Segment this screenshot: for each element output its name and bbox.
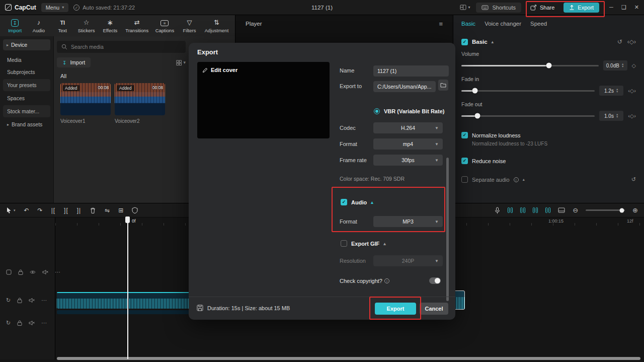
export-gif-checkbox[interactable] (341, 240, 347, 247)
edit-cover-button[interactable]: Edit cover (202, 67, 325, 73)
audio-tool-icon-1[interactable] (508, 207, 513, 213)
select-tool-button[interactable]: ▾ (6, 207, 16, 213)
ribbon-item-captions[interactable]: ≡Captions (155, 19, 175, 33)
stepper-icons[interactable]: ▲▼ (616, 88, 618, 93)
record-voiceover-button[interactable] (495, 207, 500, 214)
ribbon-item-effects[interactable]: ∗Effects (102, 19, 119, 33)
layout-switcher-button[interactable]: ▾ (460, 5, 470, 10)
reset-icon[interactable]: ↺ (631, 176, 636, 183)
loop-icon[interactable]: ↻ (6, 297, 11, 304)
menu-button[interactable]: Menu ▾ (41, 3, 69, 12)
lock-icon[interactable] (17, 298, 22, 303)
mirror-button[interactable]: ⇋ (105, 207, 110, 214)
media-clip-voiceover1[interactable]: Added 00:08 Voiceover1 (60, 83, 111, 124)
sidebar-item-your-presets[interactable]: Your presets (3, 79, 50, 91)
codec-select[interactable]: H.264▼ (373, 122, 443, 133)
basic-checkbox[interactable]: ✓ (461, 39, 468, 45)
ribbon-item-transitions[interactable]: ⇄Transitions (125, 19, 148, 33)
more-options-icon[interactable]: ⋯ (55, 269, 60, 275)
delete-button[interactable] (90, 207, 96, 214)
sidebar-item-media[interactable]: Media (3, 54, 50, 66)
split-button[interactable]: ][ (64, 207, 68, 214)
playhead-handle[interactable] (125, 216, 130, 223)
fade-in-value-box[interactable]: 1.2s▲▼ (599, 86, 623, 96)
share-button[interactable]: Share (527, 3, 557, 13)
lock-icon[interactable] (17, 320, 22, 326)
fade-out-slider[interactable] (461, 115, 595, 117)
loop-icon[interactable]: ↻ (6, 320, 11, 326)
stepper-icons[interactable]: ▲▼ (621, 63, 624, 68)
keyframe-icon[interactable]: ◇ (632, 62, 636, 69)
ribbon-item-adjustment[interactable]: ⇅Adjustment (205, 19, 229, 33)
shortcuts-button[interactable]: Shortcuts (476, 3, 521, 13)
reset-icon[interactable]: ↺ (617, 38, 622, 45)
collapse-up-icon[interactable]: ▴ (523, 177, 525, 182)
minimize-button[interactable]: ─ (609, 4, 613, 11)
dialog-scrollbar[interactable] (446, 158, 449, 301)
copyright-toggle[interactable] (429, 277, 441, 284)
vbr-radio-row[interactable]: VBR (Variable Bit Rate) (374, 108, 444, 114)
volume-value-box[interactable]: 0.0dB▲▼ (603, 60, 627, 70)
zoom-out-icon[interactable]: ⊖ (573, 206, 578, 214)
timeline-zoom-slider[interactable] (586, 209, 625, 211)
stepper-icons[interactable]: ▲▼ (616, 113, 618, 118)
ribbon-item-text[interactable]: TIText (54, 19, 71, 33)
keyframe-icon[interactable]: ‹◇› (628, 88, 636, 94)
mute-speaker-icon[interactable] (42, 269, 48, 275)
separate-audio-checkbox[interactable] (461, 176, 468, 183)
view-mode-button[interactable]: ▾ (176, 60, 186, 65)
keyframe-icon[interactable]: ‹◇› (627, 38, 636, 45)
collapse-up-icon[interactable]: ▴ (371, 200, 373, 205)
sidebar-item-device[interactable]: ▸ Device (3, 39, 50, 50)
volume-slider[interactable] (461, 65, 599, 66)
audio-tool-icon-4[interactable] (545, 207, 550, 213)
ribbon-item-filters[interactable]: ▽Filters (181, 19, 198, 33)
timeline-horizontal-scrollbar[interactable] (57, 357, 640, 360)
close-button[interactable]: ✕ (634, 4, 639, 11)
tab-basic[interactable]: Basic (461, 21, 475, 27)
player-menu-icon[interactable]: ≡ (439, 20, 443, 28)
split-right-button[interactable]: ]| (77, 207, 81, 214)
preview-axis-button[interactable] (558, 207, 565, 213)
resolution-select[interactable]: 240P▼ (373, 255, 443, 266)
audio-checkbox[interactable]: ✓ (341, 199, 347, 205)
mute-speaker-icon[interactable] (29, 298, 35, 303)
frame-rate-select[interactable]: 30fps▼ (373, 155, 443, 166)
mask-button[interactable] (132, 207, 138, 213)
sidebar-item-spaces[interactable]: Spaces (3, 92, 50, 104)
sidebar-item-stock-materials[interactable]: Stock mater... (3, 105, 50, 117)
undo-button[interactable]: ↶ (24, 207, 29, 214)
more-options-icon[interactable]: ⋯ (41, 320, 47, 326)
collapse-up-icon[interactable]: ▴ (383, 241, 386, 246)
sidebar-item-brand-assets[interactable]: ▸Brand assets (3, 118, 50, 130)
export-confirm-button[interactable]: Export (375, 303, 416, 315)
audio-tool-icon-3[interactable] (533, 207, 538, 213)
keyframe-icon[interactable]: ‹◇› (628, 113, 636, 119)
sidebar-item-subprojects[interactable]: Subprojects (3, 66, 50, 78)
lock-icon[interactable] (18, 269, 23, 275)
export-path-input[interactable] (373, 81, 436, 92)
zoom-in-icon[interactable]: ⊕ (632, 206, 638, 214)
ribbon-item-stickers[interactable]: ☆Stickers (78, 19, 95, 33)
name-input[interactable] (373, 65, 449, 77)
collapse-up-icon[interactable]: ▴ (492, 40, 494, 44)
more-options-icon[interactable]: ⋯ (41, 297, 47, 304)
export-button-titlebar[interactable]: Export (564, 3, 599, 13)
media-clip-voiceover2[interactable]: Added 00:08 Voiceover2 (115, 83, 165, 124)
eye-icon[interactable] (30, 270, 36, 274)
split-left-button[interactable]: |[ (51, 207, 55, 214)
maximize-button[interactable]: ❑ (621, 4, 626, 11)
tab-speed[interactable]: Speed (530, 21, 547, 27)
audio-format-select[interactable]: MP3▼ (373, 216, 443, 227)
cancel-button[interactable]: Cancel (420, 303, 448, 315)
tab-voice-changer[interactable]: Voice changer (485, 21, 521, 27)
import-media-button[interactable]: ↧ Import (57, 57, 91, 67)
audio-tool-icon-2[interactable] (520, 207, 525, 213)
fade-in-slider[interactable] (461, 90, 595, 92)
mute-speaker-icon[interactable] (29, 320, 35, 326)
redo-button[interactable]: ↷ (38, 207, 43, 214)
crop-button[interactable]: ⊞ (118, 207, 123, 214)
search-input[interactable] (71, 44, 181, 50)
playhead[interactable] (125, 216, 130, 223)
fade-out-value-box[interactable]: 1.0s▲▼ (599, 111, 623, 121)
